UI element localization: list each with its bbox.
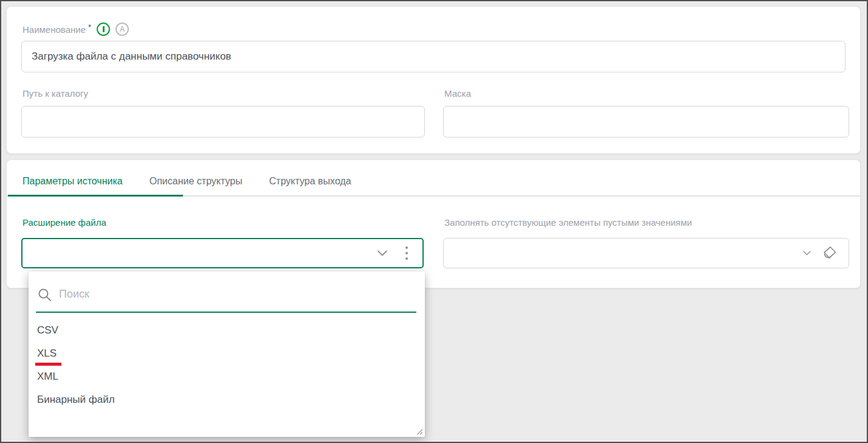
resize-handle-icon[interactable] [416,428,423,435]
search-underline [36,312,416,313]
tab-bar: Параметры источника Описание структуры С… [22,176,351,187]
extension-dropdown: CSV XLS XML Бинарный файл [29,271,425,437]
fill-missing-select[interactable] [443,238,849,268]
page: { "colors": { "accent_green": "#0a7f58",… [0,0,868,443]
mask-input[interactable] [443,106,849,138]
mask-field-label: Маска [444,88,471,99]
kebab-menu-icon[interactable] [403,244,410,262]
fill-missing-field-label: Заполнять отсутствующие элементы пустыми… [444,217,692,228]
option-xls[interactable]: XLS [29,342,425,365]
tab-structure-description[interactable]: Описание структуры [150,176,243,187]
eraser-icon[interactable] [821,245,838,262]
extension-field-label: Расширение файла [22,217,106,228]
option-binary-file[interactable]: Бинарный файл [29,388,425,411]
name-input[interactable] [21,41,846,72]
option-csv[interactable]: CSV [29,319,425,342]
options-list: CSV XLS XML Бинарный файл [29,319,425,411]
letter-a-icon[interactable]: A [115,23,129,36]
chevron-down-icon[interactable] [377,251,387,256]
option-xml[interactable]: XML [29,365,425,388]
letter-a-glyph: A [120,26,125,33]
search-icon [38,288,52,302]
dropdown-search-input[interactable] [59,285,399,303]
extension-select[interactable] [21,238,424,268]
path-input[interactable] [21,106,425,138]
path-field-label: Путь к каталогу [22,88,88,99]
tab-source-params[interactable]: Параметры источника [22,176,123,187]
required-asterisk: * [88,23,91,32]
tab-output-structure[interactable]: Структура выхода [269,176,351,187]
chevron-down-icon[interactable] [803,251,811,256]
name-field-label-row: Наименование * A [22,23,129,36]
info-icon[interactable] [97,23,110,36]
name-field-label: Наименование [22,24,86,35]
xls-highlight-underline [35,363,61,366]
main-form-card: Наименование * A Путь к каталогу Маска [6,6,861,154]
source-params-card: Параметры источника Описание структуры С… [6,159,861,288]
active-tab-underline [8,195,183,197]
